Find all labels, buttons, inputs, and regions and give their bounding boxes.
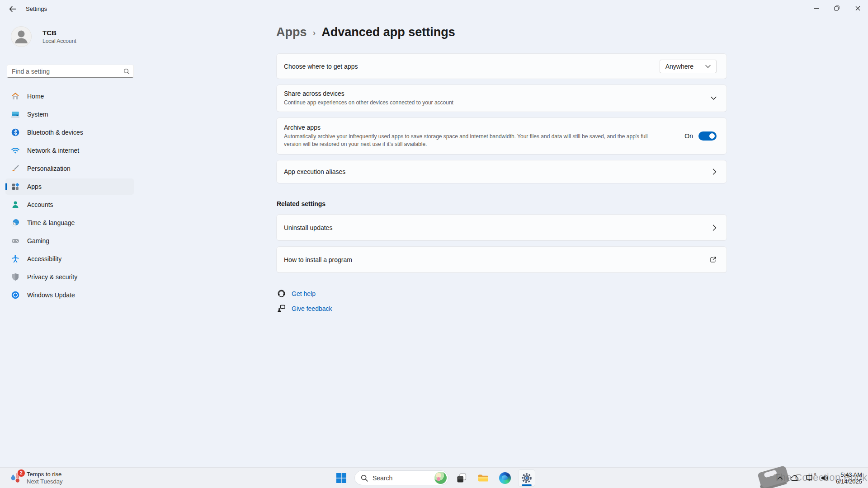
onedrive-cloud-icon[interactable] [789,472,800,484]
tray-display-icon[interactable]: 8 [804,472,815,484]
settings-button[interactable] [518,469,535,487]
sidebar-item-apps[interactable]: Apps [5,178,134,195]
gaming-icon [11,236,20,245]
breadcrumb-separator-icon: › [313,27,316,38]
taskbar-center: Search [333,468,535,488]
sidebar-item-personalization[interactable]: Personalization [5,160,134,177]
tray-chevron-up-icon[interactable] [774,472,785,484]
clock-date: 6/14/2025 [836,478,862,485]
card-title: App execution aliases [284,168,712,175]
search-icon [361,474,368,482]
card-how-to-install-a-program[interactable]: How to install a program [276,246,727,273]
chevron-down-icon[interactable] [711,96,717,100]
chevron-right-icon [712,169,717,175]
back-button[interactable] [5,3,20,15]
sidebar-item-accounts[interactable]: Accounts [5,197,134,213]
breadcrumb-parent[interactable]: Apps [276,25,307,39]
sidebar-item-network[interactable]: Network & internet [5,142,134,159]
settings-gear-icon [521,472,533,484]
related-settings-heading: Related settings [277,200,727,207]
window-title: Settings [26,0,47,18]
time-language-icon [11,218,20,227]
card-app-execution-aliases[interactable]: App execution aliases [276,160,727,183]
weather-alert-badge: 2 [18,469,25,477]
home-icon [11,92,20,101]
external-link-icon [710,256,717,263]
sidebar-item-time-language[interactable]: Time & language [5,215,134,231]
taskbar-weather-widget[interactable]: 2 Temps to rise Next Tuesday [5,468,67,488]
get-help-link[interactable]: Get help [277,289,316,298]
window-controls [806,0,868,16]
avatar [11,26,32,47]
minimize-icon [814,6,819,11]
card-title: Choose where to get apps [284,63,660,70]
card-uninstall-updates[interactable]: Uninstall updates [276,214,727,241]
sidebar-item-bluetooth[interactable]: Bluetooth & devices [5,124,134,141]
bluetooth-icon [11,128,20,137]
edge-icon [499,472,511,484]
restore-icon [834,5,840,11]
weather-title: Temps to rise [27,471,63,478]
minimize-button[interactable] [806,0,826,16]
start-button[interactable] [333,469,350,487]
system-icon [11,110,20,119]
card-title: Share across devices [284,90,711,97]
card-subtitle: Continue app experiences on other device… [284,99,711,107]
edge-button[interactable] [496,469,514,487]
back-arrow-icon [9,6,16,12]
main-content: Apps › Advanced app settings Choose wher… [136,18,868,467]
card-archive-apps: Archive apps Automatically archive your … [276,117,727,155]
taskbar-search-label: Search [373,474,430,482]
windows-logo-icon [336,473,347,483]
sidebar-item-gaming[interactable]: Gaming [5,233,134,249]
dropdown-value: Anywhere [665,63,693,70]
card-title: Uninstall updates [284,224,712,231]
sidebar-item-accessibility[interactable]: Accessibility [5,251,134,267]
settings-search[interactable] [7,65,134,78]
chevron-down-icon [705,65,711,68]
search-input[interactable] [12,68,123,75]
search-icon [123,68,130,75]
clock-time: 5:43 AM [836,471,862,478]
card-title: Archive apps [284,124,684,131]
sidebar-item-privacy[interactable]: Privacy & security [5,269,134,285]
accounts-icon [11,200,20,209]
toggle-state-label: On [684,132,693,140]
taskbar-clock[interactable]: 5:43 AM 6/14/2025 [834,471,862,485]
get-help-icon [277,289,286,298]
account-button[interactable]: TCB Local Account [11,26,76,47]
help-section: Get help Give feedback [277,289,727,313]
account-type: Local Account [42,38,76,44]
privacy-shield-icon [11,272,20,282]
page-title: Advanced app settings [321,25,455,39]
card-choose-where-to-get-apps: Choose where to get apps Anywhere [276,53,727,79]
system-tray: 8 5:43 AM 6/14/2025 [774,468,868,488]
windows-update-icon [11,291,20,300]
restore-button[interactable] [826,0,847,16]
weather-subtitle: Next Tuesday [27,478,63,485]
card-share-across-devices[interactable]: Share across devices Continue app experi… [276,84,727,112]
sidebar-nav: Home System Bluetooth & devices Network … [5,88,134,305]
sidebar-item-system[interactable]: System [5,106,134,122]
sidebar-item-windows-update[interactable]: Windows Update [5,287,134,303]
close-button[interactable] [847,0,868,16]
task-view-icon [456,473,467,483]
close-icon [855,6,860,11]
get-apps-dropdown[interactable]: Anywhere [660,60,717,73]
network-icon [11,146,20,155]
card-subtitle: Automatically archive your infrequently … [284,133,684,148]
sidebar-item-home[interactable]: Home [5,88,134,104]
give-feedback-icon [277,304,286,313]
account-name: TCB [42,29,76,37]
tray-display-badge: 8 [814,472,816,476]
titlebar: Settings [0,0,868,18]
task-view-button[interactable] [453,469,470,487]
chevron-right-icon [712,225,717,231]
give-feedback-link[interactable]: Give feedback [277,304,332,313]
taskbar: 2 Temps to rise Next Tuesday Search [0,467,868,488]
weather-thermometer-icon: 2 [9,471,23,485]
file-explorer-button[interactable] [475,469,492,487]
volume-icon[interactable] [819,472,830,484]
taskbar-search[interactable]: Search [354,470,448,485]
archive-apps-toggle[interactable] [698,131,717,141]
